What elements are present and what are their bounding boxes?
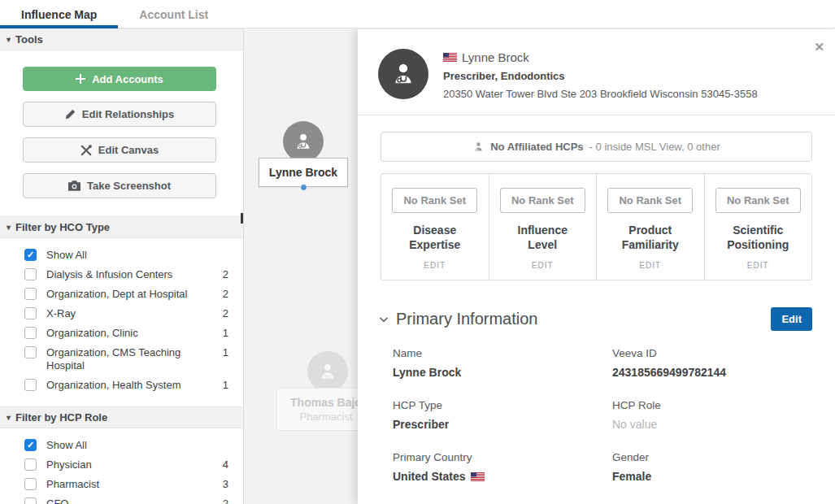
checkbox-icon[interactable] [24, 268, 37, 280]
pencil-icon [65, 109, 76, 119]
rank-edit-button[interactable]: EDIT [424, 261, 446, 270]
checkbox-icon[interactable] [24, 327, 37, 339]
filter-row[interactable]: Dialysis & Infusion Centers 2 [24, 268, 228, 281]
hcp-node-thomas-bajo[interactable]: Rx [307, 351, 348, 392]
tab-account-list[interactable]: Account List [118, 0, 229, 28]
edit-canvas-button[interactable]: Edit Canvas [23, 137, 216, 163]
filter-label: Pharmacist [46, 478, 217, 491]
plus-icon [76, 74, 85, 84]
us-flag-icon [443, 53, 457, 62]
checkbox-icon[interactable] [24, 497, 37, 504]
hcp-node-lynne-brock[interactable] [283, 121, 324, 162]
filter-count: 1 [217, 346, 228, 358]
svg-text:Rx: Rx [324, 374, 330, 379]
rank-edit-button[interactable]: EDIT [639, 261, 661, 270]
close-icon[interactable]: ✕ [814, 41, 824, 53]
rank-card-product-familiarity: No Rank Set Product Familiarity EDIT [597, 174, 705, 280]
rank-label: Disease Expertise [394, 223, 476, 252]
filter-row[interactable]: Organization, CMS Teaching Hospital 1 [24, 346, 228, 372]
filter-count: 3 [217, 478, 228, 490]
add-accounts-label: Add Accounts [92, 73, 163, 85]
hcp-name: Lynne Brock [462, 50, 529, 64]
affiliated-hcps-bar[interactable]: No Affiliated HCPs - 0 inside MSL View, … [381, 132, 812, 162]
filter-count: 1 [217, 327, 228, 339]
sidebar-scrollbar-thumb[interactable] [241, 213, 243, 224]
field-label: HCP Type [393, 399, 612, 411]
hco-filter-header[interactable]: ▾ Filter by HCO Type [0, 216, 243, 238]
field-value: Prescriber [393, 418, 612, 431]
checkbox-icon[interactable] [24, 346, 37, 358]
filter-row[interactable]: ✓ Show All [24, 249, 228, 262]
connection-dot[interactable] [300, 184, 307, 191]
hco-filter-list: ✓ Show All Dialysis & Infusion Centers 2… [0, 238, 243, 406]
field-gender: Gender Female [612, 451, 812, 483]
filter-row[interactable]: ✓ Show All [24, 439, 228, 452]
collapse-triangle-icon: ▾ [7, 35, 11, 44]
edit-button[interactable]: Edit [771, 307, 812, 331]
field-veeva-id: Veeva ID 243185669499782144 [612, 347, 812, 379]
filter-label: Show All [46, 439, 217, 452]
checkbox-checked-icon[interactable]: ✓ [24, 439, 37, 451]
checkbox-checked-icon[interactable]: ✓ [24, 249, 37, 261]
field-value: Lynne Brock [393, 366, 612, 379]
filter-row[interactable]: Organization, Health System 1 [24, 379, 228, 392]
rank-edit-button[interactable]: EDIT [747, 261, 769, 270]
us-flag-icon [471, 472, 485, 481]
checkbox-icon[interactable] [24, 288, 37, 300]
edit-relationships-button[interactable]: Edit Relationships [23, 102, 216, 127]
filter-row[interactable]: X-Ray 2 [24, 307, 228, 320]
person-icon [472, 141, 485, 153]
affiliated-count-label: No Affiliated HCPs [490, 141, 583, 153]
edit-canvas-label: Edit Canvas [98, 144, 159, 156]
checkbox-icon[interactable] [24, 478, 37, 490]
add-accounts-button[interactable]: Add Accounts [23, 67, 216, 91]
filter-row[interactable]: Organization, Dept at Hospital 2 [24, 288, 228, 301]
filter-row[interactable]: Organization, Clinic 1 [24, 327, 228, 340]
field-label: Gender [612, 451, 812, 463]
rank-edit-button[interactable]: EDIT [532, 261, 554, 270]
doctor-icon [389, 60, 417, 88]
filter-count: 1 [217, 379, 228, 391]
rank-card-scientific-positioning: No Rank Set Scientific Positioning EDIT [705, 174, 812, 280]
hcp-filter-header[interactable]: ▾ Filter by HCP Role [0, 406, 243, 428]
tools-sidebar: ▾ Tools Add Accounts Edit Relationships … [0, 28, 244, 504]
filter-row[interactable]: Physician 4 [24, 458, 228, 471]
filter-row[interactable]: CFO 2 [24, 497, 228, 504]
no-rank-set-chip[interactable]: No Rank Set [500, 188, 585, 213]
field-value: No value [612, 418, 812, 431]
filter-row[interactable]: Pharmacist 3 [24, 478, 228, 491]
filter-label: Show All [46, 249, 217, 262]
filter-label: Organization, CMS Teaching Hospital [46, 346, 217, 372]
field-hcp-role: HCP Role No value [612, 399, 812, 431]
take-screenshot-label: Take Screenshot [87, 180, 171, 192]
rank-card-influence-level: No Rank Set Influence Level EDIT [489, 174, 598, 280]
field-label: Veeva ID [612, 347, 812, 359]
field-hcp-type: HCP Type Prescriber [393, 399, 612, 431]
hcp-filter-label: Filter by HCP Role [15, 411, 107, 424]
hcp-detail-panel: ✕ Lynne Brock Prescriber, Endodontics 20… [358, 29, 835, 504]
collapse-triangle-icon: ▾ [7, 413, 11, 422]
checkbox-icon[interactable] [24, 379, 37, 391]
checkbox-icon[interactable] [24, 307, 37, 319]
panel-header: Lynne Brock Prescriber, Endodontics 2035… [358, 29, 835, 115]
chevron-down-icon[interactable] [378, 314, 389, 325]
field-label: HCP Role [612, 399, 812, 411]
no-rank-set-chip[interactable]: No Rank Set [715, 188, 801, 213]
checkbox-icon[interactable] [24, 458, 37, 471]
node-label-lynne-brock[interactable]: Lynne Brock [259, 158, 348, 187]
edit-relationships-label: Edit Relationships [82, 108, 174, 120]
edit-canvas-icon [80, 145, 92, 156]
no-rank-set-chip[interactable]: No Rank Set [392, 188, 477, 213]
primary-information-fields: Name Lynne Brock Veeva ID 24318566949978… [393, 347, 812, 483]
node-sublabel: Pharmacist [299, 411, 352, 423]
tools-section-header[interactable]: ▾ Tools [0, 28, 243, 50]
filter-count: 2 [217, 268, 228, 280]
take-screenshot-button[interactable]: Take Screenshot [23, 173, 216, 198]
rank-label: Scientific Positioning [717, 223, 798, 252]
filter-label: X-Ray [46, 307, 217, 320]
rank-label: Product Familiarity [610, 223, 691, 252]
field-value: Female [612, 470, 812, 483]
no-rank-set-chip[interactable]: No Rank Set [607, 188, 693, 213]
tab-influence-map[interactable]: Influence Map [0, 0, 118, 28]
filter-label: Dialysis & Infusion Centers [46, 268, 217, 281]
